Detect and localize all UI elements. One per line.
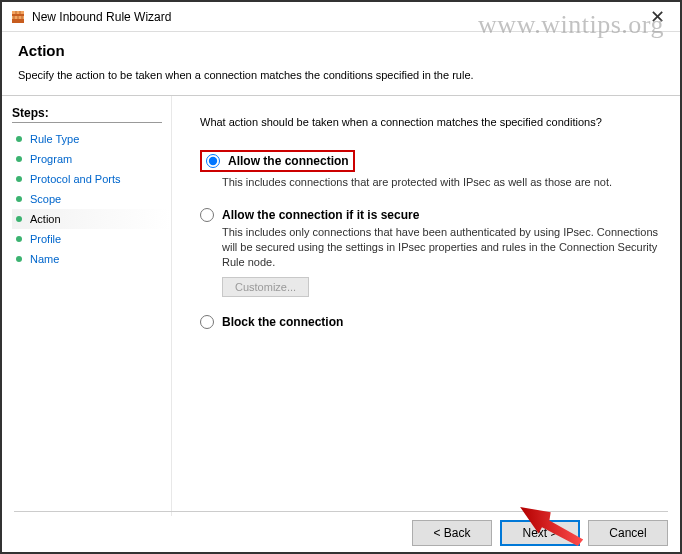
label-allow: Allow the connection — [228, 154, 349, 168]
page-header: Action Specify the action to be taken wh… — [2, 32, 680, 96]
main-panel: What action should be taken when a conne… — [172, 96, 680, 516]
bullet-icon — [16, 236, 22, 242]
desc-allow-secure: This includes only connections that have… — [222, 225, 660, 270]
wizard-footer: < Back Next > Cancel — [14, 511, 668, 546]
bullet-icon — [16, 196, 22, 202]
bullet-icon — [16, 156, 22, 162]
option-allow-secure: Allow the connection if it is secure Thi… — [200, 208, 660, 298]
bullet-icon — [16, 136, 22, 142]
label-allow-secure: Allow the connection if it is secure — [222, 208, 419, 222]
page-title: Action — [18, 42, 664, 59]
option-allow: Allow the connection This includes conne… — [200, 150, 660, 190]
option-block: Block the connection — [200, 315, 660, 329]
bullet-icon — [16, 176, 22, 182]
cancel-button[interactable]: Cancel — [588, 520, 668, 546]
desc-allow: This includes connections that are prote… — [222, 175, 660, 190]
steps-title: Steps: — [12, 106, 162, 123]
bullet-icon — [16, 256, 22, 262]
steps-sidebar: Steps: Rule Type Program Protocol and Po… — [2, 96, 172, 516]
sidebar-item-name[interactable]: Name — [12, 249, 171, 269]
firewall-icon — [10, 9, 26, 25]
sidebar-item-protocol-ports[interactable]: Protocol and Ports — [12, 169, 171, 189]
sidebar-item-action[interactable]: Action — [12, 209, 171, 229]
sidebar-item-profile[interactable]: Profile — [12, 229, 171, 249]
close-icon[interactable]: ✕ — [642, 6, 672, 28]
radio-allow-secure[interactable] — [200, 208, 214, 222]
page-description: Specify the action to be taken when a co… — [18, 69, 664, 81]
next-button[interactable]: Next > — [500, 520, 580, 546]
customize-button: Customize... — [222, 277, 309, 297]
action-prompt: What action should be taken when a conne… — [200, 116, 660, 128]
steps-list: Rule Type Program Protocol and Ports Sco… — [12, 129, 171, 269]
highlight-allow: Allow the connection — [200, 150, 355, 172]
window-title: New Inbound Rule Wizard — [32, 10, 642, 24]
titlebar: New Inbound Rule Wizard ✕ — [2, 2, 680, 32]
label-block: Block the connection — [222, 315, 343, 329]
sidebar-item-scope[interactable]: Scope — [12, 189, 171, 209]
radio-block[interactable] — [200, 315, 214, 329]
radio-allow[interactable] — [206, 154, 220, 168]
back-button[interactable]: < Back — [412, 520, 492, 546]
sidebar-item-program[interactable]: Program — [12, 149, 171, 169]
bullet-icon — [16, 216, 22, 222]
sidebar-item-rule-type[interactable]: Rule Type — [12, 129, 171, 149]
